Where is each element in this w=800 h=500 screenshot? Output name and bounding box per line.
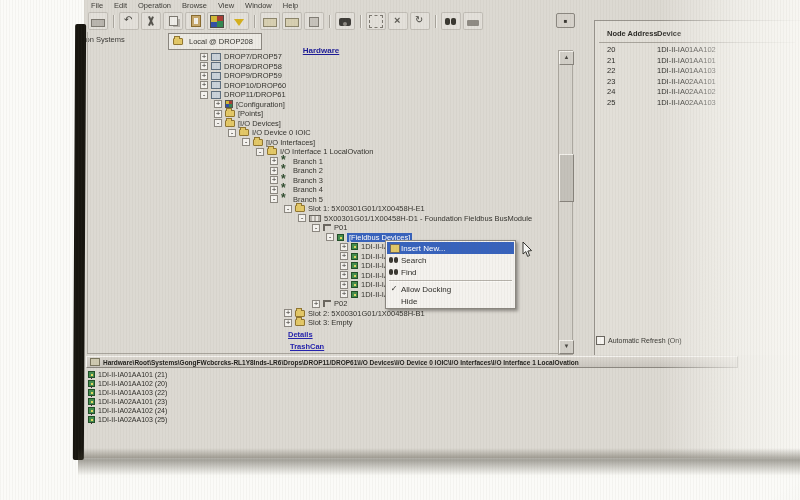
tree-node-configuration[interactable]: +[Configuration] <box>88 100 558 110</box>
systems-tree-tab[interactable]: Ovation Systems <box>84 35 125 44</box>
device-list-item[interactable]: 1DI-II-IA01AA102 (20) <box>88 379 167 388</box>
expand-toggle[interactable]: + <box>284 309 292 317</box>
column-header-device[interactable]: Device <box>657 29 681 38</box>
tree-node-label[interactable]: DROP11/DROP61 <box>224 90 286 99</box>
expand-toggle[interactable]: + <box>340 252 348 260</box>
table-row[interactable]: 211DI-II-IA01AA101 <box>595 56 800 67</box>
menu-item-browse[interactable]: Browse <box>181 1 208 11</box>
tree-node-p01[interactable]: -P01 <box>88 223 558 233</box>
expand-toggle[interactable]: + <box>214 110 222 118</box>
refresh-button[interactable] <box>410 12 430 30</box>
collapse-toggle[interactable]: - <box>200 91 208 99</box>
expand-toggle[interactable]: + <box>284 319 292 327</box>
expand-toggle[interactable]: + <box>340 281 348 289</box>
expand-toggle[interactable]: + <box>340 271 348 279</box>
device-list-item[interactable]: 1DI-II-IA02AA102 (24) <box>88 406 167 415</box>
tree-node-i-o-interfaces[interactable]: -[I/O Interfaces] <box>88 138 558 148</box>
tree-node-label[interactable]: [Configuration] <box>236 100 285 109</box>
tree-node-drop10-drop60[interactable]: +DROP10/DROP60 <box>88 81 558 91</box>
tree-node-branch-1[interactable]: +Branch 1 <box>88 157 558 167</box>
details-link[interactable]: Details <box>288 330 313 339</box>
expand-toggle[interactable]: + <box>270 157 278 165</box>
collapse-toggle[interactable]: - <box>214 119 222 127</box>
tree-node-label[interactable]: Slot 3: Empty <box>308 318 353 327</box>
tree-node-label[interactable]: Branch 3 <box>293 176 323 185</box>
tree-node-branch-3[interactable]: +Branch 3 <box>88 176 558 186</box>
hardware-path-header[interactable]: Hardware\Root\Systems\GongFWcbcrcks-RL1Y… <box>86 356 738 368</box>
menu-item-file[interactable]: File <box>90 1 104 11</box>
collapse-toggle[interactable]: - <box>242 138 250 146</box>
expand-toggle[interactable]: + <box>270 186 278 194</box>
menu-item-edit[interactable]: Edit <box>113 1 128 11</box>
paste-button[interactable] <box>185 12 205 30</box>
copy-button[interactable] <box>163 12 183 30</box>
expand-toggle[interactable]: + <box>312 300 320 308</box>
tree-node-i-o-devices[interactable]: -[I/O Devices] <box>88 119 558 129</box>
expand-toggle[interactable]: + <box>200 62 208 70</box>
undo-button[interactable] <box>119 12 139 30</box>
expand-toggle[interactable]: + <box>340 262 348 270</box>
menu-item-operation[interactable]: Operation <box>137 1 172 11</box>
toolbar-overflow-button[interactable] <box>556 13 575 28</box>
column-header-node-address[interactable]: Node Address <box>607 29 658 38</box>
tree-node-branch-2[interactable]: +Branch 2 <box>88 166 558 176</box>
delete-button[interactable] <box>388 12 408 30</box>
trashcan-link[interactable]: TrashCan <box>290 342 324 351</box>
scroll-down-arrow[interactable]: ▼ <box>559 340 574 354</box>
tree-node-i-o-interface-1-localovation[interactable]: -I/O Interface 1 LocalOvation <box>88 147 558 157</box>
tree-node-label[interactable]: DROP10/DROP60 <box>224 81 286 90</box>
tree-node-label[interactable]: I/O Device 0 IOIC <box>252 128 311 137</box>
tree-node-label[interactable]: Branch 4 <box>293 185 323 194</box>
tree-node-drop7-drop57[interactable]: +DROP7/DROP57 <box>88 52 558 62</box>
table-row[interactable]: 201DI-II-IA01AA102 <box>595 45 800 56</box>
tree-node-label[interactable]: DROP7/DROP57 <box>224 52 282 61</box>
device-list-item[interactable]: 1DI-II-IA01AA101 (21) <box>88 370 167 379</box>
import-button[interactable] <box>260 12 280 30</box>
table-row[interactable]: 241DI-II-IA02AA102 <box>595 87 800 98</box>
table-row[interactable]: 221DI-II-IA01AA103 <box>595 66 800 77</box>
collapse-toggle[interactable]: - <box>228 129 236 137</box>
print-button[interactable] <box>88 12 108 30</box>
tree-node-drop8-drop58[interactable]: +DROP8/DROP58 <box>88 62 558 72</box>
expand-toggle[interactable]: + <box>200 72 208 80</box>
tree-node-drop9-drop59[interactable]: +DROP9/DROP59 <box>88 71 558 81</box>
collapse-toggle[interactable]: - <box>270 195 278 203</box>
tree-node-label[interactable]: Slot 2: 5X00301G01/1X00458H-B1 <box>308 309 425 318</box>
tree-node-drop11-drop61[interactable]: -DROP11/DROP61 <box>88 90 558 100</box>
table-row[interactable]: 231DI-II-IA02AA101 <box>595 77 800 88</box>
collapse-toggle[interactable]: - <box>326 233 334 241</box>
select-button[interactable] <box>366 12 386 30</box>
camera-button[interactable] <box>335 12 355 30</box>
tree-node-label[interactable]: DROP9/DROP59 <box>224 71 282 80</box>
device-list-item[interactable]: 1DI-II-IA02AA103 (25) <box>88 415 167 424</box>
clipboard-button[interactable] <box>304 12 324 30</box>
palette-button[interactable] <box>207 12 227 30</box>
filter-button[interactable] <box>229 12 249 30</box>
tree-node-label[interactable]: Branch 1 <box>293 157 323 166</box>
automatic-refresh-checkbox[interactable] <box>596 336 605 345</box>
context-menu-item-find[interactable]: Find <box>387 266 514 278</box>
tree-node-points[interactable]: +[Points] <box>88 109 558 119</box>
menu-item-window[interactable]: Window <box>244 1 273 11</box>
expand-toggle[interactable]: + <box>340 290 348 298</box>
stamp-button[interactable] <box>463 12 483 30</box>
tree-node-i-o-device-0-ioic[interactable]: -I/O Device 0 IOIC <box>88 128 558 138</box>
tree-node-branch-4[interactable]: +Branch 4 <box>88 185 558 195</box>
tree-node-label[interactable]: Branch 2 <box>293 166 323 175</box>
table-row[interactable]: 251DI-II-IA02AA103 <box>595 98 800 109</box>
menu-item-help[interactable]: Help <box>282 1 299 11</box>
context-menu-item-search[interactable]: Search <box>387 254 514 266</box>
device-list-item[interactable]: 1DI-II-IA01AA103 (22) <box>88 388 167 397</box>
tree-node-label[interactable]: P02 <box>334 299 347 308</box>
tree-node-slot-1-5x00301g01-1x00458h-e1[interactable]: -Slot 1: 5X00301G01/1X00458H-E1 <box>88 204 558 214</box>
device-list-item[interactable]: 1DI-II-IA02AA101 (23) <box>88 397 167 406</box>
tree-node-label[interactable]: [Points] <box>238 109 263 118</box>
scrollbar-thumb[interactable] <box>559 154 574 202</box>
context-menu-item-hide[interactable]: Hide <box>387 295 514 307</box>
tree-node-slot-2-5x00301g01-1x00458h-b1[interactable]: +Slot 2: 5X00301G01/1X00458H-B1 <box>88 309 558 319</box>
tree-node-label[interactable]: 5X00301G01/1X00458H-D1 - Foundation Fiel… <box>324 214 532 223</box>
cut-button[interactable] <box>141 12 161 30</box>
expand-toggle[interactable]: + <box>214 100 222 108</box>
tree-node-5x00301g01-1x00458h-d1-foundation-fieldbus-busmodule[interactable]: -5X00301G01/1X00458H-D1 - Foundation Fie… <box>88 214 558 224</box>
expand-toggle[interactable]: + <box>270 167 278 175</box>
